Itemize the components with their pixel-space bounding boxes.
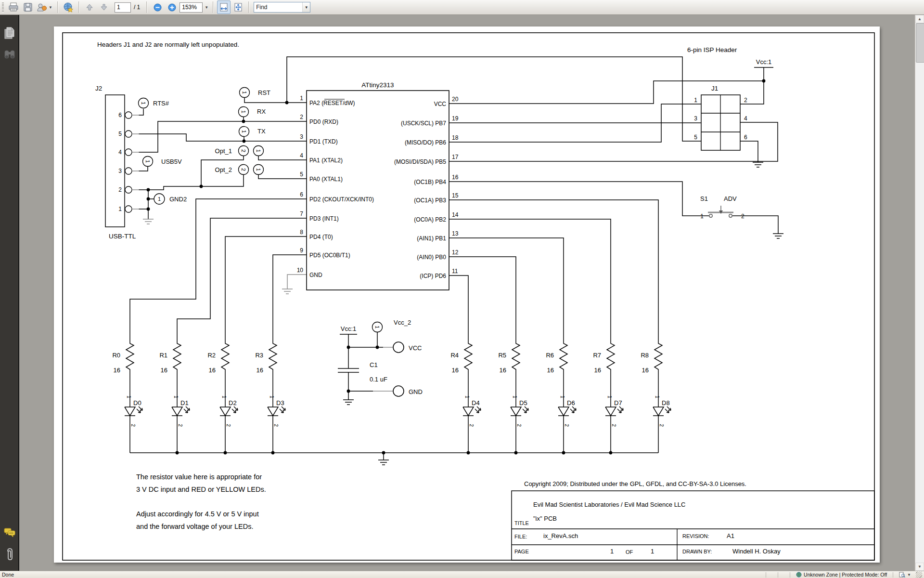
resistor-ref: R2 [207,352,216,359]
status-bar: Done Unknown Zone | Protected Mode: Off … [0,571,924,578]
ic-pin-number: 8 [300,229,303,236]
zoom-dropdown-arrow[interactable]: ▼ [204,5,209,10]
comments-panel-button[interactable] [3,527,16,540]
print-button[interactable] [7,0,20,14]
ic-pin-label: (OC1B) PB4 [414,179,446,185]
resistor-led-column: R4161D42 [450,340,481,453]
collaborate-button[interactable]: ▼ [36,0,54,14]
save-icon [23,2,33,12]
svg-text:Vcc:1: Vcc:1 [341,325,357,332]
resistor-value: 16 [114,367,120,374]
ic-pin-number: 7 [300,210,303,217]
scrollbar-thumb[interactable] [916,23,924,63]
ic-pin-number: 20 [452,96,459,103]
fit-page-button[interactable] [231,0,245,14]
svg-text:Vcc_2: Vcc_2 [394,319,411,326]
tb-rev: A1 [727,532,734,539]
toolbar-grip [2,2,4,13]
ic-pin-number: 2 [300,114,303,120]
svg-text:2: 2 [241,149,246,152]
find-dropdown-arrow[interactable]: ▼ [302,2,310,12]
fit-page-icon [233,2,243,12]
top-note: Headers J1 and J2 are normally left unpo… [97,41,239,48]
zoom-out-button[interactable] [151,0,164,14]
ic-pin-number: 12 [452,249,459,256]
svg-text:3: 3 [118,168,122,174]
browser-zoom-control[interactable]: ▼ [899,572,912,578]
attachments-panel-button[interactable] [3,547,16,565]
page-count-label: / 1 [134,4,140,11]
copyright-note: Copyright 2009; Distributed under the GP… [524,480,746,487]
led-ref: D2 [229,399,237,407]
svg-text:RTS#: RTS# [153,100,169,107]
tb-drawn-label: DRAWN BY: [682,549,712,554]
previous-page-button[interactable] [83,0,96,14]
resistor-value: 16 [594,367,601,374]
browser-zoom-dropdown-arrow[interactable]: ▼ [906,573,912,577]
zone-text: Unknown Zone | Protected Mode: Off [804,572,887,578]
led-pin2-marker: 2 [564,424,569,427]
browser-zoom-icon [899,572,905,578]
ic-pin-labels: 1PA2 (RESET/dW)2PD0 (RXD)3PD1 (TXD)4PA1 … [297,95,459,279]
ic-pin-label: (AIN0) PB0 [417,254,446,261]
scroll-up-button[interactable]: ▲ [915,15,924,23]
toolbar-separator [57,1,58,13]
svg-text:1: 1 [242,91,247,94]
svg-text:6: 6 [744,134,747,141]
toolbar-separator [213,1,214,13]
print-icon [8,2,19,12]
resistor-value: 16 [500,367,506,374]
tb-file: ix_RevA.sch [543,532,578,539]
collaborate-dropdown-arrow[interactable]: ▼ [48,5,53,10]
zoom-in-button[interactable] [165,0,179,14]
pages-panel-button[interactable] [3,26,16,43]
j1-pin-numbers: 1 2 3 4 5 6 [694,97,747,141]
svg-text:2: 2 [744,97,747,104]
ic-pin-number: 1 [300,95,303,102]
resistor-led-column: R6161D62 [546,340,576,453]
ic-pin-label: PA0 (XTAL1) [309,176,343,183]
led-pin1-marker: 1 [654,395,660,398]
share-button[interactable] [62,0,75,14]
zone-globe-icon [796,572,802,578]
led-ref: D5 [519,399,527,407]
led-ref: D4 [472,399,480,407]
find-input[interactable] [254,4,302,11]
resistor-led-column: R2161D22 [207,340,238,453]
svg-text:Opt_2: Opt_2 [215,166,232,173]
page-number-input[interactable] [117,4,128,11]
testpoint-circles [139,88,383,332]
tb-of-label: OF [626,549,633,555]
globe-star-icon [63,2,74,13]
led-ref: D3 [276,399,284,407]
pdf-page: ATtiny2313 1PA2 (RESET/dW)2PD0 (RXD)3PD1… [54,26,880,563]
scroll-down-button[interactable]: ▼ [915,563,924,571]
ic-pin-number: 5 [300,171,303,178]
svg-text:1: 1 [241,110,246,113]
svg-text:1: 1 [256,149,261,152]
svg-text:1: 1 [118,206,122,212]
svg-text:VCC: VCC [409,344,422,352]
next-page-button[interactable] [97,0,111,14]
resistor-ref: R0 [112,352,120,359]
save-button[interactable] [21,0,35,14]
arrow-up-icon [85,3,94,12]
collaborate-icon [36,2,48,12]
tb-rev-label: REVISION: [682,533,709,539]
vertical-scrollbar[interactable]: ▲ ▼ [915,15,924,571]
resistor-ref: R8 [641,352,649,359]
zoom-out-icon [154,3,162,12]
svg-text:1: 1 [158,196,161,202]
zoom-level-value[interactable]: 153% [180,2,203,13]
led-ref: D0 [133,399,141,407]
resistor-led-column: R5161D52 [498,340,528,453]
led-pin1-marker: 1 [126,395,131,398]
fit-width-button[interactable] [217,0,231,14]
svg-text:S1: S1 [700,195,708,202]
svg-text:Adjust accordingly for 4.5 V o: Adjust accordingly for 4.5 V or 5 V inpu… [136,510,259,518]
search-panel-button[interactable] [3,49,16,62]
led-pin2-marker: 2 [516,424,522,427]
ic-pin-label: PD4 (T0) [309,234,333,240]
resistor-led-column: R1161D12 [159,340,190,453]
document-viewport[interactable]: ATtiny2313 1PA2 (RESET/dW)2PD0 (RXD)3PD1… [19,15,915,571]
